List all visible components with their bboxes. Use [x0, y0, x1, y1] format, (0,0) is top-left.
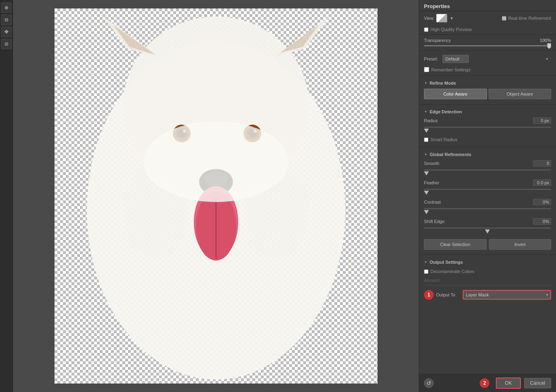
smart-radius-label: Smart Radius	[430, 137, 457, 142]
shift-edge-slider-row	[419, 225, 556, 236]
panel-content: View ▼ Real-time Refinement High Quality…	[419, 11, 556, 374]
badge-1: 1	[424, 290, 434, 300]
object-aware-btn[interactable]: Object Aware	[489, 89, 552, 99]
right-panel: Properties View ▼ Real-time Refinement H…	[419, 0, 556, 392]
refine-chevron: ▼	[424, 81, 428, 85]
edge-detection-header[interactable]: ▼ Edge Detection	[419, 106, 556, 116]
transparency-thumb[interactable]	[547, 43, 551, 49]
edge-chevron: ▼	[424, 110, 428, 114]
radius-row: Radius 0 px	[419, 116, 556, 125]
output-chevron: ▼	[424, 260, 428, 264]
canvas-area	[13, 0, 419, 392]
canvas-container	[13, 0, 419, 392]
tool-remove-btn[interactable]: ⊖	[1, 15, 12, 25]
feather-label: Feather	[424, 180, 439, 185]
smart-radius-row: Smart Radius	[419, 136, 556, 145]
feather-slider-row	[419, 187, 556, 197]
feather-value: 0.0 px	[533, 179, 551, 186]
radius-thumb[interactable]	[424, 129, 429, 133]
color-aware-btn[interactable]: Color Aware	[424, 89, 487, 99]
contrast-label: Contrast	[424, 200, 441, 204]
global-refinements-label: Global Refinements	[430, 152, 471, 157]
realtime-checkbox[interactable]	[502, 16, 506, 21]
transparency-fill	[424, 45, 551, 46]
output-to-dropdown[interactable]: Layer MaskNew LayerNew Layer with Layer …	[463, 290, 551, 300]
shift-edge-label: Shift Edge	[424, 219, 445, 224]
preset-dropdown[interactable]: DefaultHair & FurDocument	[443, 55, 469, 63]
contrast-slider[interactable]	[424, 208, 551, 209]
remember-row: Remember Settings	[419, 65, 556, 74]
view-thumbnail[interactable]	[436, 14, 447, 23]
contrast-thumb[interactable]	[424, 210, 429, 214]
radius-slider-row	[419, 125, 556, 135]
clear-selection-btn[interactable]: Clear Selection	[424, 239, 487, 250]
hq-label: High Quality Preview	[430, 27, 472, 32]
tool-add-btn[interactable]: ⊕	[1, 2, 12, 13]
feather-thumb[interactable]	[424, 191, 429, 195]
dog-image	[55, 8, 378, 384]
smooth-slider-row	[419, 167, 556, 178]
contrast-value: 0%	[533, 199, 551, 205]
remember-label: Remember Settings	[431, 67, 470, 72]
smart-radius-checkbox[interactable]	[424, 138, 428, 142]
smooth-slider[interactable]	[424, 169, 551, 171]
feather-row: Feather 0.0 px	[419, 178, 556, 187]
smooth-thumb[interactable]	[424, 171, 429, 175]
remember-checkbox[interactable]	[424, 67, 429, 72]
shift-edge-slider[interactable]	[424, 227, 551, 229]
realtime-row: Real-time Refinement	[502, 16, 551, 21]
view-dropdown-arrow[interactable]: ▼	[450, 16, 454, 21]
decontaminate-row: Decontaminate Colors	[419, 267, 556, 275]
bottom-right: 2 OK Cancel	[480, 377, 551, 389]
output-settings-label: Output Settings	[430, 260, 463, 265]
contrast-row: Contrast 0%	[419, 197, 556, 206]
amount-label: Amount	[424, 278, 439, 283]
radius-slider[interactable]	[424, 127, 551, 128]
shift-edge-value: 0%	[533, 218, 551, 225]
transparency-slider-container	[419, 43, 556, 49]
shift-edge-thumb[interactable]	[485, 229, 490, 234]
amount-row: Amount	[419, 277, 556, 288]
tool-move-btn[interactable]: ✥	[1, 27, 12, 37]
view-label: View	[424, 16, 434, 21]
output-settings-header[interactable]: ▼ Output Settings	[419, 256, 556, 266]
bottom-bar: ↺ 2 OK Cancel	[419, 374, 556, 392]
edge-detection-label: Edge Detection	[430, 109, 462, 114]
smooth-value: 0	[533, 160, 551, 167]
shift-edge-row: Shift Edge 0%	[419, 217, 556, 225]
global-chevron: ▼	[424, 152, 428, 156]
contrast-slider-row	[419, 206, 556, 217]
transparency-row: Transparency 100%	[419, 36, 556, 43]
global-refinements-header[interactable]: ▼ Global Refinements	[419, 149, 556, 158]
svg-point-21	[143, 121, 289, 202]
hq-row: High Quality Preview	[419, 26, 556, 33]
action-buttons: Clear Selection Invert	[419, 236, 556, 253]
output-dropdown-wrapper: Layer MaskNew LayerNew Layer with Layer …	[463, 290, 551, 300]
preset-label: Preset:	[424, 56, 439, 61]
transparency-label: Transparency	[424, 38, 451, 43]
svg-marker-2	[103, 17, 159, 57]
hq-checkbox[interactable]	[424, 27, 428, 32]
transparency-track[interactable]	[424, 45, 551, 46]
refine-mode-header[interactable]: ▼ Refine Mode	[419, 77, 556, 87]
reset-btn[interactable]: ↺	[424, 378, 434, 388]
invert-btn[interactable]: Invert	[489, 239, 552, 250]
view-row: View ▼ Real-time Refinement	[419, 11, 556, 25]
radius-label: Radius	[424, 118, 438, 123]
tool-none-btn[interactable]: ⊘	[1, 39, 12, 49]
left-toolbar: ⊕ ⊖ ✥ ⊘	[0, 0, 13, 392]
panel-title: Properties	[419, 0, 556, 11]
feather-slider[interactable]	[424, 189, 551, 190]
dog-svg	[55, 8, 378, 384]
refine-mode-label: Refine Mode	[430, 81, 456, 85]
radius-value: 0 px	[533, 117, 551, 124]
preset-dropdown-wrapper: DefaultHair & FurDocument	[443, 55, 551, 63]
smooth-label: Smooth	[424, 161, 439, 166]
amount-slider[interactable]	[424, 285, 551, 286]
cancel-btn[interactable]: Cancel	[524, 378, 551, 388]
decontaminate-checkbox[interactable]	[424, 269, 428, 274]
smooth-row: Smooth 0	[419, 158, 556, 167]
bottom-left: ↺	[424, 378, 434, 388]
ok-btn[interactable]: OK	[496, 377, 520, 389]
output-to-section: 1 Output To Layer MaskNew LayerNew Layer…	[419, 288, 556, 302]
